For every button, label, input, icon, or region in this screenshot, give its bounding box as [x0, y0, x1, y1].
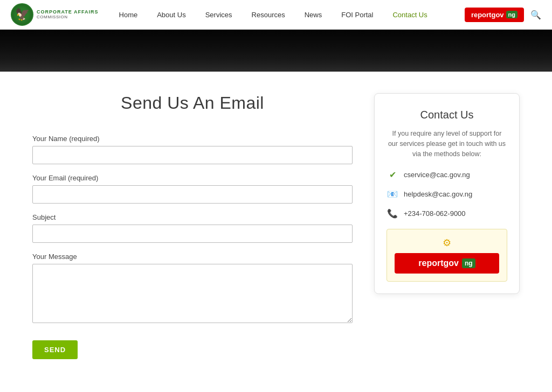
email2-value: helpdesk@cac.gov.ng [404, 190, 472, 198]
logo-emblem: 🦅 [11, 3, 33, 26]
reportgov-label: reportgov [471, 11, 504, 19]
phone-icon: 📞 [387, 207, 398, 219]
reportgov-widget: ⚙ reportgov ng [387, 229, 507, 282]
message-label: Your Message [32, 253, 353, 261]
navbar: 🦅 CORPORATE AFFAIRS COMMISSION Home Abou… [0, 0, 552, 30]
subject-input[interactable] [32, 225, 353, 243]
logo[interactable]: 🦅 CORPORATE AFFAIRS COMMISSION [11, 3, 99, 26]
message-textarea[interactable] [32, 264, 353, 323]
envelope-icon: 📧 [387, 188, 398, 200]
message-field-group: Your Message [32, 253, 353, 325]
nav-item-services[interactable]: Services [196, 0, 242, 30]
eagle-icon: 🦅 [15, 8, 30, 22]
email1-item: ✔ cservice@cac.gov.ng [387, 169, 507, 180]
hero-overlay [0, 30, 552, 72]
form-title: Send Us An Email [32, 93, 353, 113]
email-input[interactable] [32, 185, 353, 204]
reportgov-widget-ng-badge: ng [462, 258, 475, 268]
logo-text-bottom: COMMISSION [37, 15, 99, 20]
reportgov-button[interactable]: reportgov ng [465, 8, 524, 22]
nav-item-contact-us[interactable]: Contact Us [383, 0, 437, 30]
email1-value: cservice@cac.gov.ng [404, 171, 470, 179]
name-field-group: Your Name (required) [32, 135, 353, 164]
contact-form-section: Send Us An Email Your Name (required) Yo… [32, 93, 353, 359]
nav-right: reportgov ng 🔍 [465, 8, 541, 22]
nav-item-foi-portal[interactable]: FOI Portal [332, 0, 383, 30]
logo-text: CORPORATE AFFAIRS COMMISSION [37, 10, 99, 20]
main-content: Send Us An Email Your Name (required) Yo… [0, 72, 552, 391]
reportgov-widget-button[interactable]: reportgov ng [395, 253, 499, 274]
check-icon: ✔ [387, 169, 398, 180]
subject-label: Subject [32, 213, 353, 221]
nav-links: Home About Us Services Resources News FO… [109, 0, 465, 30]
email-field-group: Your Email (required) [32, 174, 353, 204]
nav-item-resources[interactable]: Resources [242, 0, 295, 30]
contact-card-title: Contact Us [387, 109, 507, 121]
reportgov-ng-badge: ng [506, 11, 518, 18]
phone-item: 📞 +234-708-062-9000 [387, 207, 507, 219]
contact-card-description: If you require any level of support for … [387, 129, 507, 159]
nav-item-about-us[interactable]: About Us [147, 0, 195, 30]
reportgov-widget-label: reportgov [418, 258, 459, 268]
search-icon: 🔍 [530, 10, 541, 19]
email2-item: 📧 helpdesk@cac.gov.ng [387, 188, 507, 200]
email-label: Your Email (required) [32, 174, 353, 182]
send-button[interactable]: SEND [32, 340, 78, 359]
subject-field-group: Subject [32, 213, 353, 243]
nav-item-news[interactable]: News [295, 0, 332, 30]
hero-banner [0, 30, 552, 72]
phone-value: +234-708-062-9000 [404, 209, 466, 218]
contact-card: Contact Us If you require any level of s… [374, 93, 520, 294]
search-button[interactable]: 🔍 [530, 10, 541, 20]
name-label: Your Name (required) [32, 135, 353, 143]
nav-item-home[interactable]: Home [109, 0, 148, 30]
name-input[interactable] [32, 146, 353, 164]
gear-icon: ⚙ [443, 237, 451, 249]
